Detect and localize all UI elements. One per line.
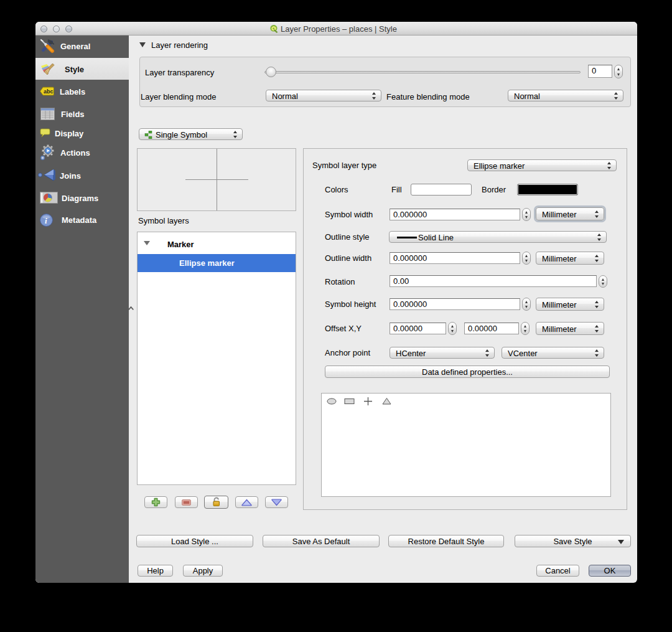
svg-text:i: i bbox=[45, 216, 47, 225]
svg-text:abc: abc bbox=[44, 88, 54, 95]
